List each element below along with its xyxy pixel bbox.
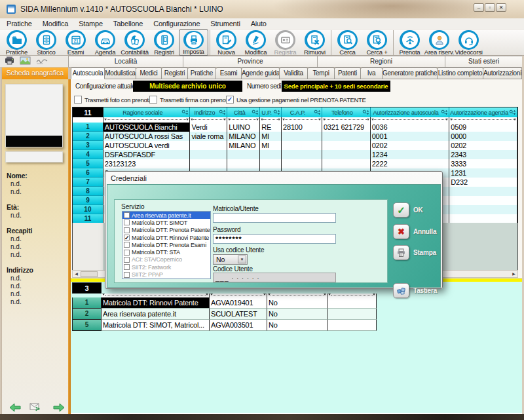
credentials-cell[interactable]: No xyxy=(267,297,328,309)
table-cell[interactable]: AUTOSCUOLA Bianchi xyxy=(103,123,191,132)
toolbar-button-cerca[interactable]: Cerca xyxy=(333,29,362,56)
table-cell[interactable]: 0036 xyxy=(371,123,450,132)
table-cell[interactable]: AUTOSCUOLA rossi Sas xyxy=(103,132,191,141)
service-item-matricola-dtt-rinnovi-patente[interactable]: ✓Matricola DTT: Rinnovi Patente xyxy=(122,234,210,241)
row-number-cell[interactable]: 5 xyxy=(73,159,103,168)
table-cell[interactable] xyxy=(449,196,517,205)
toolbar-button-videocorsi[interactable]: Videocorsi xyxy=(454,29,483,56)
row-number-cell[interactable]: 10 xyxy=(73,205,103,214)
service-checkbox[interactable] xyxy=(124,227,130,233)
table-cell[interactable] xyxy=(449,205,517,214)
service-item-siit2-ppap[interactable]: SIIT2: PPAP xyxy=(122,271,210,278)
dialog-button-ok[interactable]: ✓ xyxy=(393,202,409,218)
table-cell[interactable]: DSFASDFASDF xyxy=(103,150,191,159)
dialog-button-stampa[interactable] xyxy=(393,245,409,260)
dialog-button-annulla[interactable]: ✖ xyxy=(393,224,409,239)
checkbox-trasmetti-foto-con-prenota[interactable] xyxy=(74,96,82,104)
table-cell[interactable] xyxy=(282,150,322,159)
table-cell[interactable]: viale roma xyxy=(190,132,227,141)
title-bar[interactable]: SIDA Millennium v.1410 * AUTOSCUOLA Bian… xyxy=(0,0,524,18)
filter-cell[interactable] xyxy=(260,117,282,123)
service-checkbox[interactable] xyxy=(124,272,130,278)
table-cell[interactable]: AUTOSCUOLA verdi xyxy=(103,141,191,150)
service-item-matricola-dtt-simot[interactable]: Matricola DTT: SIMOT xyxy=(122,219,210,226)
toolbar-button-cerca[interactable]: Cerca + xyxy=(362,29,392,56)
service-checkbox[interactable]: ✓ xyxy=(124,235,130,240)
column-header-autorizzazione-autoscuola[interactable]: Autorizzazione autoscuola xyxy=(371,107,450,117)
column-header-telefono[interactable]: Telefono xyxy=(322,107,371,117)
toolbar-button-modifica[interactable]: Modifica xyxy=(241,29,271,56)
table-cell[interactable]: 0000 xyxy=(449,132,517,141)
tab-autoscuola[interactable]: Autoscuola xyxy=(71,67,105,79)
credentials-cell[interactable]: Matricola DTT: SIMOT, Matricol... xyxy=(102,320,210,331)
table-cell[interactable] xyxy=(322,132,371,141)
row-number-cell[interactable]: 3 xyxy=(73,141,103,150)
table-cell[interactable]: Verdi xyxy=(190,123,227,132)
service-checkbox[interactable] xyxy=(124,250,130,256)
table-cell[interactable]: MILANO xyxy=(227,141,260,150)
credentials-cell[interactable]: Matricola DTT: Rinnovi Patente xyxy=(102,297,210,309)
column-header-c-a-p[interactable]: C.A.P. xyxy=(282,107,322,117)
row-number-cell[interactable]: 1 xyxy=(73,123,103,132)
tab-listino-completo[interactable]: Listino completo xyxy=(438,67,483,79)
table-cell[interactable]: RE xyxy=(260,123,282,132)
row-number-cell[interactable]: 6 xyxy=(73,168,103,178)
table-cell[interactable] xyxy=(190,141,227,150)
toolbar-button-pratiche[interactable]: Pratiche xyxy=(2,29,31,56)
table-cell[interactable]: LUINO xyxy=(227,123,260,132)
filter-cell[interactable] xyxy=(322,117,371,123)
sort-filter-icon[interactable] xyxy=(362,109,369,117)
tab-medici[interactable]: Medici xyxy=(136,67,162,79)
tab-pratiche[interactable]: Pratiche xyxy=(188,67,216,79)
toolbar-button-rimuovi[interactable]: Rimuovi xyxy=(300,29,329,56)
table-cell[interactable]: 1234 xyxy=(371,150,450,159)
toolbar-button-registra[interactable]: Registra xyxy=(271,29,300,56)
menu-item-modifica[interactable]: Modifica xyxy=(37,20,73,28)
menu-item-strumenti[interactable]: Strumenti xyxy=(205,20,245,28)
credentials-cell[interactable]: No xyxy=(267,309,328,320)
table-cell[interactable] xyxy=(227,159,260,168)
credentials-cell[interactable] xyxy=(328,320,377,331)
filter-cell[interactable] xyxy=(210,294,267,297)
table-cell[interactable] xyxy=(190,159,227,168)
usa-codice-dropdown[interactable]: No▼ xyxy=(213,254,248,265)
table-cell[interactable]: 3333 xyxy=(449,159,517,168)
servizio-listbox[interactable]: Area riservata patente.itMatricola DTT: … xyxy=(122,211,211,279)
tab-autorizzazioni[interactable]: Autorizzazioni xyxy=(483,67,522,79)
credentials-cell[interactable]: AGVA003501 xyxy=(210,320,267,331)
table-cell[interactable]: 0202 xyxy=(449,141,517,150)
close-button[interactable]: ✕ xyxy=(496,3,506,12)
toolbar-button-imposta[interactable]: Imposta xyxy=(179,29,208,56)
tab-validita[interactable]: Validita xyxy=(280,67,308,79)
dropdown-arrow-icon[interactable]: ▼ xyxy=(238,256,246,263)
maximize-button[interactable]: ▫ xyxy=(485,3,495,12)
matricola-input[interactable] xyxy=(213,213,336,223)
sort-filter-icon[interactable] xyxy=(219,109,226,117)
credentials-cell[interactable]: No xyxy=(267,320,328,331)
filter-cell[interactable] xyxy=(190,117,227,123)
filter-cell[interactable] xyxy=(282,117,322,123)
toolbar-button-esami[interactable]: 21Esami xyxy=(61,29,90,56)
menu-item-stampe[interactable]: Stampe xyxy=(73,20,108,28)
column-header-ragione-sociale[interactable]: Ragione sociale xyxy=(103,107,191,117)
table-cell[interactable] xyxy=(227,150,260,159)
table-cell[interactable] xyxy=(190,150,227,159)
row-number-cell[interactable]: 7 xyxy=(73,178,103,187)
toolbar-button-area-riserv[interactable]: Area riserv. xyxy=(424,29,454,56)
toolbar-button-nuova[interactable]: Nuova xyxy=(212,29,241,56)
sort-filter-icon[interactable] xyxy=(252,109,259,117)
table-cell[interactable]: 0001 xyxy=(371,132,450,141)
sort-filter-icon[interactable] xyxy=(314,109,321,117)
service-item-aci-sta-copernico[interactable]: ACI: STA/Copernico xyxy=(122,256,210,263)
service-item-area-riservata-patente-it[interactable]: Area riservata patente.it xyxy=(122,212,210,219)
scroll-left-arrow[interactable]: ◀ xyxy=(73,271,80,277)
table-cell[interactable]: MILANO xyxy=(227,132,260,141)
credentials-cell[interactable]: SCUOLATEST xyxy=(210,309,267,320)
row-number-cell[interactable]: 2 xyxy=(73,132,103,141)
tab-tempi[interactable]: Tempi xyxy=(308,67,335,79)
tab-registri[interactable]: Registri xyxy=(162,67,188,79)
service-checkbox[interactable] xyxy=(124,212,130,218)
table-cell[interactable] xyxy=(282,159,322,168)
column-header-u-p[interactable]: U.P. xyxy=(260,107,282,117)
table-cell[interactable] xyxy=(260,159,282,168)
